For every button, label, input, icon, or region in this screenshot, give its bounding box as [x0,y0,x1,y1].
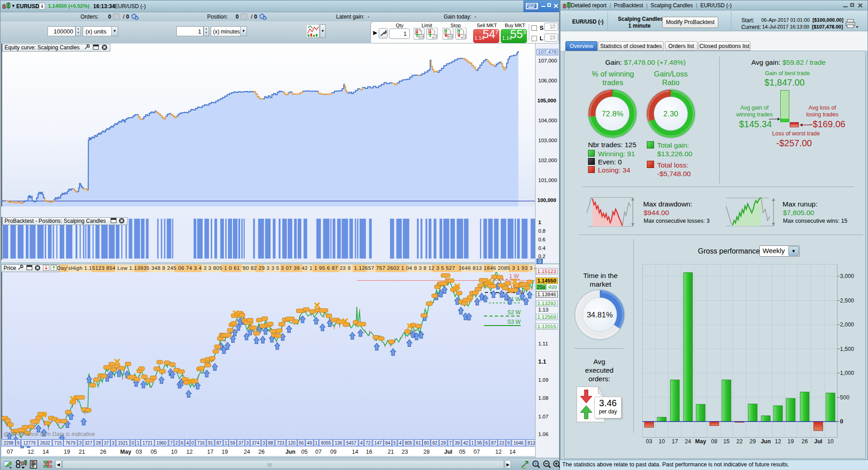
svg-text:07: 07 [315,449,322,455]
svg-text:37: 37 [104,441,109,446]
svg-text:6: 6 [181,441,184,446]
svg-text:28: 28 [423,449,430,455]
svg-text:37: 37 [238,441,244,446]
svg-text:7: 7 [170,441,173,446]
svg-text:87: 87 [491,441,497,446]
svg-text:87: 87 [216,441,222,446]
svg-text:29: 29 [441,441,446,446]
svg-text:4: 4 [186,441,189,446]
svg-text:1721: 1721 [142,441,153,446]
svg-text:39: 39 [455,441,460,446]
svg-text:14: 14 [352,449,358,455]
svg-text:4: 4 [399,441,402,446]
svg-text:59: 59 [230,441,236,446]
svg-text:5457: 5457 [346,441,357,446]
svg-text:21: 21 [79,449,85,455]
svg-text:82: 82 [432,441,438,446]
svg-text:05: 05 [459,449,465,455]
svg-text:12: 12 [28,449,34,455]
svg-text:09: 09 [330,449,337,455]
svg-text:42: 42 [463,441,469,446]
svg-text:1 W: 1 W [509,273,519,279]
svg-text:05: 05 [151,449,157,455]
svg-text:1: 1 [471,441,474,446]
svg-text:19: 19 [64,449,70,455]
svg-text:95: 95 [477,441,483,446]
svg-text:2632: 2632 [40,441,51,446]
svg-text:14: 14 [43,449,49,455]
svg-text:21: 21 [388,449,394,455]
svg-text:1521: 1521 [118,441,128,446]
svg-text:23: 23 [402,449,408,455]
svg-text:07: 07 [7,449,13,455]
svg-text:3: 3 [79,441,82,446]
svg-text:61: 61 [416,441,422,446]
svg-text:136: 136 [335,441,342,446]
svg-text:3: 3 [262,441,265,446]
svg-text:24: 24 [244,449,250,455]
svg-text:@ IG-Finance.com Data is indic: @ IG-Finance.com Data is indicative [3,431,95,437]
svg-text:28: 28 [96,441,101,446]
svg-text:56: 56 [299,441,304,446]
svg-text:3: 3 [112,441,114,446]
svg-text:1960: 1960 [157,441,167,446]
svg-text:17: 17 [207,449,213,455]
svg-text:14: 14 [509,449,516,455]
svg-text:2298: 2298 [4,441,14,446]
svg-text:72: 72 [365,441,371,446]
svg-text:1: 1 [225,441,228,446]
svg-text:05: 05 [301,449,308,455]
svg-text:80: 80 [424,441,429,446]
svg-text:07: 07 [474,449,480,455]
svg-text:120: 120 [288,441,296,446]
svg-text:9: 9 [508,441,510,446]
svg-text:1: 1 [315,441,318,446]
svg-text:1646: 1646 [513,441,524,446]
svg-text:2: 2 [175,441,178,446]
svg-text:12: 12 [186,449,193,455]
svg-text:7: 7 [449,441,452,446]
svg-text:84: 84 [385,441,391,446]
svg-text:23: 23 [499,441,505,446]
svg-text:Jul: Jul [444,449,452,455]
svg-text:147: 147 [374,441,382,446]
svg-text:12: 12 [495,449,502,455]
svg-text:716: 716 [197,441,205,446]
svg-text:9: 9 [17,441,20,446]
svg-text:1: 1 [137,441,139,446]
svg-text:7679: 7679 [65,441,76,446]
svg-text:0: 0 [191,441,194,446]
svg-text:S2 W: S2 W [508,309,521,316]
svg-text:Jun: Jun [285,449,295,455]
svg-text:12779: 12779 [23,441,36,446]
svg-text:715: 715 [54,441,62,446]
svg-text:16: 16 [366,449,372,455]
svg-text:10: 10 [171,449,177,455]
svg-text:0: 0 [132,441,134,446]
svg-text:19: 19 [222,449,228,455]
svg-text:26: 26 [258,449,265,455]
svg-text:374: 374 [252,441,260,446]
svg-text:9055: 9055 [321,441,331,446]
svg-text:4: 4 [360,441,363,446]
svg-text:49: 49 [307,441,313,446]
svg-text:May: May [120,449,131,455]
svg-text:5: 5 [394,441,396,446]
svg-text:3: 3 [246,441,249,446]
svg-text:327: 327 [85,441,92,446]
svg-text:88: 88 [268,441,274,446]
svg-text:6: 6 [485,441,488,446]
svg-text:S3 W: S3 W [508,319,521,325]
svg-text:91: 91 [208,441,213,446]
svg-text:723: 723 [277,441,285,446]
svg-text:26: 26 [100,449,106,455]
svg-text:03: 03 [136,449,142,455]
svg-text:805: 805 [405,441,413,446]
svg-text:813: 813 [527,441,535,446]
